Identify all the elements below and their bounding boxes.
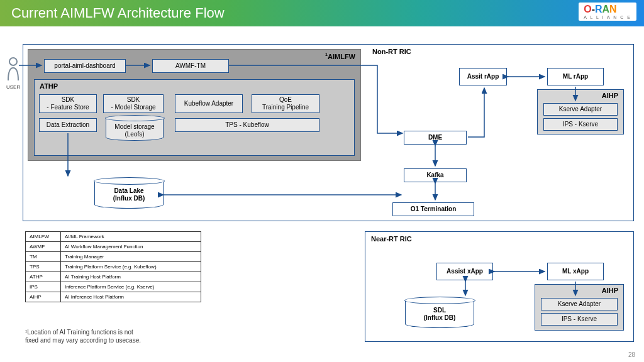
sdk-ms: SDK - Model Storage — [103, 94, 164, 113]
sdl-cyl: SDL (Influx DB) — [405, 300, 474, 328]
awmf-box: AWMF-TM — [152, 59, 229, 73]
ml-xapp: ML xApp — [547, 263, 604, 280]
user-icon: USER — [6, 57, 20, 90]
nonrt-label: Non-RT RIC — [372, 48, 411, 55]
kserve-adapter-nonrt: Kserve Adapter — [543, 103, 618, 116]
tps-box: TPS - Kubeflow — [175, 118, 319, 132]
kserve-adapter-nearrt: Kserve Adapter — [541, 298, 618, 310]
assist-xapp: Assist xApp — [436, 263, 493, 280]
nearrt-label: Near-RT RIC — [371, 235, 412, 243]
footnote: ¹Location of AI Training functions is no… — [25, 328, 141, 344]
page-number: 28 — [628, 351, 635, 358]
glossary-table: AIMLFWAI/ML FrameworkAWMFAI Workflow Man… — [25, 231, 201, 302]
ml-rapp: ML rApp — [547, 68, 604, 85]
datalake-cyl: Data Lake (Influx DB) — [94, 181, 164, 209]
dme-box: DME — [404, 131, 467, 145]
ips-nonrt: IPS - Kserve — [543, 118, 618, 131]
slide-title: Current AIMLFW Architecture Flow — [0, 0, 644, 26]
sdk-fs: SDK - Feature Store — [39, 94, 97, 113]
assist-rapp: Assit rApp — [459, 68, 507, 85]
qoe-box: QoE Training Pipeline — [252, 94, 319, 113]
oran-logo: O-RAN A L L I A N C E — [579, 3, 636, 21]
model-storage-cyl: Model storage (Leofs) — [106, 118, 164, 141]
ips-nearrt: IPS - Kserve — [541, 313, 618, 326]
athp-panel: ATHP — [34, 79, 355, 156]
diagram-canvas: USER 1AIMLFW portal-aiml-dashboard AWMF-… — [0, 26, 644, 362]
kubeflow-adapter: Kubeflow Adapter — [175, 94, 243, 113]
data-extraction: Data Extraction — [39, 118, 97, 132]
svg-point-0 — [9, 58, 17, 65]
o1-box: O1 Termination — [392, 202, 474, 216]
kafka-box: Kafka — [404, 168, 467, 182]
portal-box: portal-aiml-dashboard — [44, 59, 126, 73]
